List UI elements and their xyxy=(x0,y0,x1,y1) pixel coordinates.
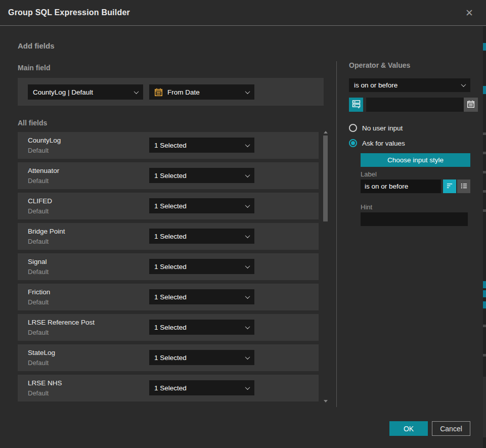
chevron-down-icon xyxy=(245,385,250,390)
field-select-value: From Date xyxy=(167,88,242,96)
field-select[interactable]: From Date xyxy=(149,84,254,100)
field-sublabel: Default xyxy=(28,238,49,245)
selection-value: 1 Selected xyxy=(154,354,242,362)
field-row: Friction Default 1 Selected xyxy=(18,284,319,310)
dialog-titlebar: Group SQL Expression Builder ✕ xyxy=(0,0,486,26)
label-field-label: Label xyxy=(361,170,377,178)
label-input-row xyxy=(361,180,470,193)
field-selection-select[interactable]: 1 Selected xyxy=(149,259,254,274)
layer-select[interactable]: CountyLog | Default xyxy=(28,84,143,100)
field-name: Bridge Point xyxy=(28,228,65,235)
field-name: LRSE NHS xyxy=(28,379,62,387)
single-value-style-button[interactable] xyxy=(443,180,456,193)
field-name: Friction xyxy=(28,288,50,296)
chevron-down-icon xyxy=(245,203,250,208)
field-selection-select[interactable]: 1 Selected xyxy=(149,350,254,365)
layer-select-value: CountyLog | Default xyxy=(33,88,130,96)
chevron-down-icon xyxy=(245,233,250,238)
label-input[interactable] xyxy=(361,180,441,193)
operator-select[interactable]: is on or before xyxy=(349,78,470,92)
chevron-down-icon xyxy=(245,354,250,360)
hint-field-label: Hint xyxy=(361,203,372,211)
field-name: CLIFED xyxy=(28,197,52,205)
field-sublabel: Default xyxy=(28,359,49,367)
choose-input-style-button[interactable]: Choose input style xyxy=(361,153,470,167)
no-user-input-label: No user input xyxy=(362,124,403,132)
field-selection-select[interactable]: 1 Selected xyxy=(149,320,254,335)
field-selection-select[interactable]: 1 Selected xyxy=(149,229,254,244)
selection-value: 1 Selected xyxy=(154,233,242,240)
dialog-title: Group SQL Expression Builder xyxy=(8,8,130,17)
field-row: Signal Default 1 Selected xyxy=(18,253,319,280)
add-fields-heading: Add fields xyxy=(18,41,55,50)
operator-select-value: is on or before xyxy=(354,81,458,89)
field-row: CLIFED Default 1 Selected xyxy=(18,193,319,219)
date-value-input[interactable] xyxy=(366,98,464,112)
list-values-style-button[interactable] xyxy=(457,180,470,193)
chevron-down-icon xyxy=(245,89,250,94)
background-app-sliver xyxy=(483,26,486,448)
field-row: CountyLog Default 1 Selected xyxy=(18,132,319,159)
calendar-icon xyxy=(154,88,163,97)
date-picker-button[interactable] xyxy=(464,98,478,112)
field-name: LRSE Reference Post xyxy=(28,319,95,326)
selection-value: 1 Selected xyxy=(154,324,242,331)
chevron-down-icon xyxy=(245,324,250,329)
ok-button[interactable]: OK xyxy=(389,421,428,436)
selection-value: 1 Selected xyxy=(154,293,242,301)
field-selection-select[interactable]: 1 Selected xyxy=(149,168,254,183)
list-scrollbar[interactable] xyxy=(322,129,329,406)
chevron-down-icon xyxy=(134,89,139,94)
input-mode-icon xyxy=(352,100,361,110)
cancel-button[interactable]: Cancel xyxy=(432,421,470,436)
operator-values-heading: Operator & Values xyxy=(349,61,470,69)
field-selection-select[interactable]: 1 Selected xyxy=(149,198,254,213)
field-name: StateLog xyxy=(28,349,55,356)
field-name: Signal xyxy=(28,258,47,265)
field-name: CountyLog xyxy=(28,137,61,144)
operator-values-panel: Operator & Values is on or before xyxy=(349,61,470,69)
panel-divider xyxy=(336,61,337,407)
hint-input[interactable] xyxy=(361,212,468,226)
field-sublabel: Default xyxy=(28,207,49,215)
input-mode-button[interactable] xyxy=(349,98,363,112)
chevron-down-icon xyxy=(245,172,250,177)
main-field-box: CountyLog | Default From Date xyxy=(18,78,324,106)
chevron-down-icon xyxy=(245,263,250,268)
chevron-down-icon xyxy=(245,142,250,147)
all-fields-label: All fields xyxy=(18,119,47,127)
selection-value: 1 Selected xyxy=(154,384,242,392)
field-sublabel: Default xyxy=(28,268,49,276)
main-field-label: Main field xyxy=(18,64,51,72)
field-row: LRSE NHS Default 1 Selected xyxy=(18,375,319,401)
selection-value: 1 Selected xyxy=(154,172,242,180)
list-icon xyxy=(460,182,468,191)
ask-for-values-radio[interactable]: Ask for values xyxy=(349,139,405,147)
field-row: Attenuator Default 1 Selected xyxy=(18,162,319,189)
align-left-icon xyxy=(446,182,454,191)
chevron-down-icon xyxy=(461,82,466,87)
scroll-down-icon[interactable] xyxy=(324,400,328,402)
field-sublabel: Default xyxy=(28,389,49,397)
close-icon[interactable]: ✕ xyxy=(463,6,476,19)
selection-value: 1 Selected xyxy=(154,142,242,149)
calendar-icon xyxy=(467,100,475,110)
radio-icon[interactable] xyxy=(349,124,357,132)
field-sublabel: Default xyxy=(28,147,49,154)
field-selection-select[interactable]: 1 Selected xyxy=(149,138,254,153)
ask-for-values-label: Ask for values xyxy=(362,140,405,147)
selection-value: 1 Selected xyxy=(154,263,242,271)
no-user-input-radio[interactable]: No user input xyxy=(349,124,403,132)
all-fields-list: CountyLog Default 1 Selected Attenuator … xyxy=(18,132,319,405)
field-selection-select[interactable]: 1 Selected xyxy=(149,380,254,395)
field-sublabel: Default xyxy=(28,177,49,185)
scroll-up-icon[interactable] xyxy=(324,131,328,133)
scrollbar-thumb[interactable] xyxy=(323,136,328,221)
radio-icon[interactable] xyxy=(349,139,357,147)
field-name: Attenuator xyxy=(28,167,59,174)
chevron-down-icon xyxy=(245,294,250,299)
field-selection-select[interactable]: 1 Selected xyxy=(149,289,254,304)
selection-value: 1 Selected xyxy=(154,202,242,210)
value-input-row xyxy=(349,98,470,112)
field-row: LRSE Reference Post Default 1 Selected xyxy=(18,314,319,341)
